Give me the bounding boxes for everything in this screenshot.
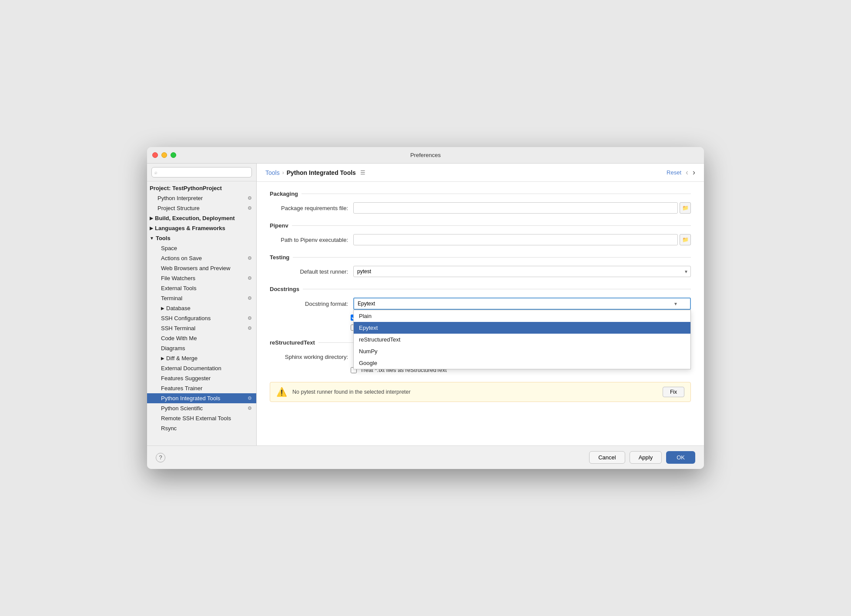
sidebar: ⌕ Project: TestPythonProject Python Inte… bbox=[147, 164, 257, 445]
ok-button[interactable]: OK bbox=[666, 451, 695, 464]
main-content: ⌕ Project: TestPythonProject Python Inte… bbox=[147, 164, 704, 445]
sidebar-label: Languages & Frameworks bbox=[155, 225, 252, 231]
test-runner-row: Default test runner: pytest Unittest Nos… bbox=[270, 266, 691, 277]
sidebar-item-languages-frameworks[interactable]: ▶ Languages & Frameworks bbox=[147, 223, 256, 233]
sidebar-item-python-scientific[interactable]: Python Scientific ⚙ bbox=[147, 403, 256, 413]
chevron-right-icon: ▶ bbox=[150, 226, 153, 231]
gear-icon: ⚙ bbox=[248, 275, 252, 281]
sidebar-item-diff-merge[interactable]: ▶ Diff & Merge bbox=[147, 353, 256, 363]
warning-row: ⚠️ No pytest runner found in the selecte… bbox=[270, 382, 691, 402]
breadcrumb-tools[interactable]: Tools bbox=[265, 169, 280, 176]
sidebar-item-web-browsers-preview[interactable]: Web Browsers and Preview bbox=[147, 263, 256, 273]
search-input[interactable] bbox=[151, 167, 252, 177]
sidebar-item-file-watchers[interactable]: File Watchers ⚙ bbox=[147, 273, 256, 283]
folder-icon: 📁 bbox=[682, 205, 689, 211]
chevron-right-icon: ▶ bbox=[161, 306, 164, 311]
sidebar-label: Features Trainer bbox=[161, 385, 202, 392]
docstrings-section: Docstrings Docstring format: Epytext ▼ bbox=[270, 286, 691, 331]
sidebar-label: Database bbox=[166, 305, 252, 311]
dropdown-option-epytext[interactable]: Epytext bbox=[354, 322, 690, 334]
gear-icon: ⚙ bbox=[248, 395, 252, 401]
sidebar-item-tools[interactable]: ▼ Tools bbox=[147, 233, 256, 243]
main-panel: Tools › Python Integrated Tools ☰ Reset … bbox=[257, 164, 704, 445]
sidebar-label: Python Integrated Tools bbox=[161, 395, 220, 402]
pipenv-path-browse-button[interactable]: 📁 bbox=[680, 234, 691, 245]
pipenv-path-input[interactable] bbox=[353, 234, 678, 245]
dropdown-arrow-icon: ▼ bbox=[673, 301, 678, 306]
sidebar-label: File Watchers bbox=[161, 275, 195, 281]
nav-back-button[interactable]: ‹ bbox=[686, 168, 688, 177]
gear-icon: ⚙ bbox=[248, 205, 252, 211]
nav-forward-button[interactable]: › bbox=[693, 168, 695, 177]
cancel-button[interactable]: Cancel bbox=[589, 451, 625, 464]
traffic-lights bbox=[152, 152, 176, 158]
sidebar-item-ssh-configurations[interactable]: SSH Configurations ⚙ bbox=[147, 313, 256, 323]
sidebar-item-rsync[interactable]: Rsync bbox=[147, 423, 256, 433]
package-req-row: Package requirements file: 📁 bbox=[270, 202, 691, 214]
pipenv-path-row: Path to Pipenv executable: 📁 bbox=[270, 234, 691, 245]
docstring-format-dropdown: Epytext ▼ Plain Epytext bbox=[353, 298, 691, 310]
sidebar-item-build-exec-deploy[interactable]: ▶ Build, Execution, Deployment bbox=[147, 213, 256, 223]
breadcrumb-current: Python Integrated Tools bbox=[287, 169, 356, 176]
testing-section: Testing Default test runner: pytest Unit… bbox=[270, 254, 691, 277]
fix-button[interactable]: Fix bbox=[663, 387, 684, 397]
panel-content: Packaging Package requirements file: 📁 P bbox=[257, 182, 704, 445]
sidebar-label: Tools bbox=[156, 235, 252, 241]
warning-text: No pytest runner found in the selected i… bbox=[292, 389, 657, 395]
test-runner-select[interactable]: pytest Unittest Nose bbox=[353, 266, 691, 277]
dropdown-option-numpy[interactable]: NumPy bbox=[354, 345, 690, 357]
sidebar-item-space[interactable]: Space bbox=[147, 243, 256, 253]
docstring-format-field: Epytext ▼ Plain Epytext bbox=[353, 298, 691, 310]
dropdown-option-restructuredtext[interactable]: reStructuredText bbox=[354, 334, 690, 345]
header-actions: Reset ‹ › bbox=[667, 168, 695, 177]
sidebar-item-remote-ssh-external-tools[interactable]: Remote SSH External Tools bbox=[147, 413, 256, 423]
docstrings-title: Docstrings bbox=[270, 286, 691, 292]
sidebar-item-python-integrated-tools[interactable]: Python Integrated Tools ⚙ bbox=[147, 393, 256, 403]
packaging-title: Packaging bbox=[270, 191, 691, 197]
sidebar-item-code-with-me[interactable]: Code With Me bbox=[147, 333, 256, 343]
test-runner-field: pytest Unittest Nose ▼ bbox=[353, 266, 691, 277]
sidebar-item-external-tools[interactable]: External Tools bbox=[147, 283, 256, 293]
sidebar-label: External Tools bbox=[161, 285, 196, 291]
sidebar-item-ssh-terminal[interactable]: SSH Terminal ⚙ bbox=[147, 323, 256, 333]
footer-right: Cancel Apply OK bbox=[589, 451, 695, 464]
sidebar-label: Python Interpreter bbox=[157, 195, 203, 201]
footer: ? Cancel Apply OK bbox=[147, 445, 704, 469]
sidebar-item-features-trainer[interactable]: Features Trainer bbox=[147, 383, 256, 393]
maximize-button[interactable] bbox=[171, 152, 176, 158]
minimize-button[interactable] bbox=[161, 152, 167, 158]
sidebar-label: Python Scientific bbox=[161, 405, 203, 412]
preferences-window: Preferences ⌕ Project: TestPythonProject… bbox=[147, 147, 704, 469]
reset-button[interactable]: Reset bbox=[667, 169, 681, 176]
gear-icon: ⚙ bbox=[248, 255, 252, 261]
docstring-format-row: Docstring format: Epytext ▼ Pla bbox=[270, 298, 691, 310]
sidebar-item-actions-on-save[interactable]: Actions on Save ⚙ bbox=[147, 253, 256, 263]
sidebar-item-database[interactable]: ▶ Database bbox=[147, 303, 256, 313]
sidebar-label: Actions on Save bbox=[161, 255, 202, 261]
sidebar-item-features-suggester[interactable]: Features Suggester bbox=[147, 373, 256, 383]
sidebar-item-diagrams[interactable]: Diagrams bbox=[147, 343, 256, 353]
sidebar-label: Features Suggester bbox=[161, 375, 211, 382]
sidebar-label: SSH Terminal bbox=[161, 325, 195, 331]
test-runner-select-wrapper: pytest Unittest Nose ▼ bbox=[353, 266, 691, 277]
help-button[interactable]: ? bbox=[156, 453, 165, 462]
docstring-format-trigger[interactable]: Epytext ▼ bbox=[353, 298, 691, 310]
dropdown-option-google[interactable]: Google bbox=[354, 357, 690, 369]
sidebar-label: Code With Me bbox=[161, 335, 197, 341]
sidebar-item-external-documentation[interactable]: External Documentation bbox=[147, 363, 256, 373]
package-req-browse-button[interactable]: 📁 bbox=[680, 202, 691, 214]
sidebar-label: SSH Configurations bbox=[161, 315, 211, 321]
dropdown-option-plain[interactable]: Plain bbox=[354, 310, 690, 322]
close-button[interactable] bbox=[152, 152, 158, 158]
sidebar-item-python-interpreter[interactable]: Python Interpreter ⚙ bbox=[147, 193, 256, 203]
sidebar-item-terminal[interactable]: Terminal ⚙ bbox=[147, 293, 256, 303]
settings-icon: ☰ bbox=[360, 169, 365, 176]
panel-header: Tools › Python Integrated Tools ☰ Reset … bbox=[257, 164, 704, 182]
sidebar-item-project-header[interactable]: Project: TestPythonProject bbox=[147, 183, 256, 193]
titlebar: Preferences bbox=[147, 147, 704, 164]
docstring-format-menu: Plain Epytext reStructuredText bbox=[353, 310, 691, 369]
sidebar-label: Remote SSH External Tools bbox=[161, 415, 231, 422]
apply-button[interactable]: Apply bbox=[630, 451, 662, 464]
sidebar-item-project-structure[interactable]: Project Structure ⚙ bbox=[147, 203, 256, 213]
package-req-input[interactable] bbox=[353, 202, 678, 214]
